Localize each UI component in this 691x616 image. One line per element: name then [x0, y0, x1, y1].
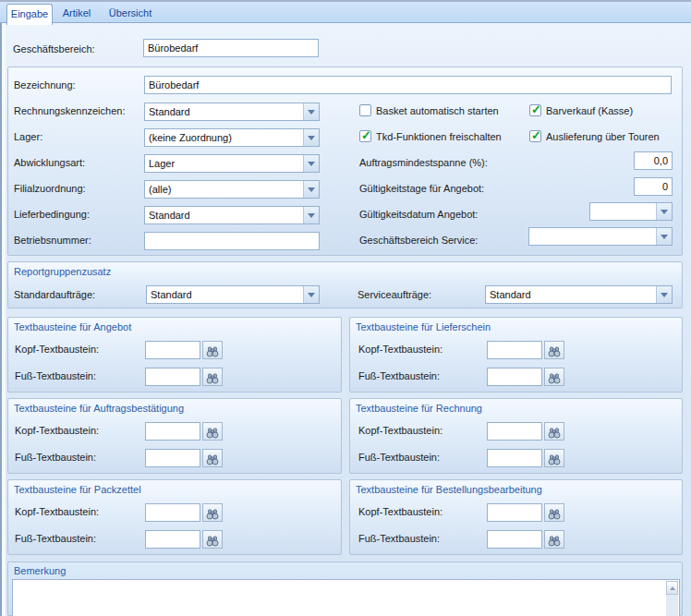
standardauftraege-label: Standardaufträge:: [14, 289, 95, 300]
binoculars-icon: [548, 454, 561, 465]
kopf-lookup-button[interactable]: [202, 503, 223, 522]
kopf-textbaustein-label: Kopf-Textbaustein:: [15, 506, 99, 517]
checkbox-barverkauf-kasse[interactable]: [529, 104, 541, 116]
bemerkung-panel: Bemerkung: [7, 562, 683, 616]
checkbox-tkd-label[interactable]: Tkd-Funktionen freischalten: [376, 131, 502, 142]
bemerkung-memo-input[interactable]: [12, 579, 680, 616]
kopf-textbaustein-input[interactable]: [145, 341, 200, 359]
rechnungskennzeichen-select[interactable]: Standard: [144, 103, 320, 121]
kopf-textbaustein-input[interactable]: [145, 422, 200, 441]
binoculars-icon: [548, 536, 561, 547]
bemerkung-title: Bemerkung: [14, 565, 66, 576]
standardauftraege-select[interactable]: Standard: [146, 285, 320, 304]
kopf-textbaustein-input[interactable]: [487, 503, 542, 522]
binoculars-icon: [548, 509, 561, 520]
checkbox-basket-label[interactable]: Basket automatisch starten: [376, 105, 499, 116]
kopf-lookup-button[interactable]: [202, 422, 223, 441]
filialzuordnung-select[interactable]: (alle): [144, 180, 320, 199]
checkbox-auslieferung-touren[interactable]: [529, 130, 541, 142]
betriebsnummer-input[interactable]: [144, 232, 320, 250]
chevron-down-icon[interactable]: [656, 286, 672, 303]
abwicklungsart-label: Abwicklungsart:: [14, 157, 85, 168]
bezeichnung-label: Bezeichnung:: [14, 79, 76, 91]
kopf-textbaustein-input[interactable]: [145, 503, 200, 522]
fuss-lookup-button[interactable]: [202, 368, 223, 386]
fuss-lookup-button[interactable]: [544, 530, 564, 549]
serviceauftraege-select[interactable]: Standard: [485, 285, 673, 304]
chevron-down-icon[interactable]: [303, 103, 319, 120]
textbausteine-bestellungsbearbeitung-panel: Textbausteine für Bestellungsbearbeitung…: [349, 479, 683, 555]
stammdaten-panel: Bezeichnung: Rechnungskennzeichen: Stand…: [7, 66, 683, 256]
tab-page-eingabe: Eingabe Artikel Übersicht Geschäftsberei…: [0, 0, 691, 616]
tab-eingabe[interactable]: Eingabe: [6, 4, 53, 25]
tab-uebersicht[interactable]: Übersicht: [103, 7, 157, 18]
textbausteine-packzettel-title: Textbausteine für Packzettel: [14, 484, 141, 495]
fuss-textbaustein-label: Fuß-Textbaustein:: [15, 370, 96, 381]
fuss-textbaustein-input[interactable]: [487, 530, 542, 549]
abwicklungsart-select[interactable]: Lager: [144, 154, 320, 173]
fuss-textbaustein-label: Fuß-Textbaustein:: [358, 452, 440, 463]
fuss-textbaustein-label: Fuß-Textbaustein:: [15, 452, 96, 463]
chevron-down-icon[interactable]: [656, 228, 672, 245]
fuss-textbaustein-input[interactable]: [487, 449, 542, 467]
binoculars-icon: [548, 346, 561, 357]
chevron-down-icon[interactable]: [303, 181, 319, 198]
gueltigkeitsdatum-select[interactable]: [589, 202, 673, 221]
fuss-textbaustein-input[interactable]: [487, 368, 542, 386]
binoculars-icon: [206, 454, 219, 465]
fuss-textbaustein-label: Fuß-Textbaustein:: [358, 533, 440, 544]
tab-artikel[interactable]: Artikel: [55, 7, 98, 18]
chevron-down-icon[interactable]: [656, 203, 672, 220]
auftragsmindestspanne-input[interactable]: [634, 151, 673, 170]
fuss-lookup-button[interactable]: [202, 530, 223, 549]
textbausteine-lieferschein-title: Textbausteine für Lieferschein: [356, 321, 491, 332]
kopf-textbaustein-label: Kopf-Textbaustein:: [358, 506, 442, 517]
combo-value: Lager: [149, 158, 175, 169]
geschaeftsbereich-service-label: Geschäftsbereich Service:: [359, 235, 478, 246]
kopf-textbaustein-label: Kopf-Textbaustein:: [15, 344, 99, 355]
kopf-lookup-button[interactable]: [544, 422, 564, 441]
combo-value: Standard: [149, 210, 190, 221]
fuss-textbaustein-input[interactable]: [145, 530, 200, 549]
textbausteine-packzettel-panel: Textbausteine für Packzettel Kopf-Textba…: [7, 479, 342, 555]
lager-select[interactable]: (keine Zuordnung): [144, 128, 320, 147]
kopf-lookup-button[interactable]: [202, 341, 223, 359]
lager-label: Lager:: [14, 131, 42, 142]
chevron-down-icon[interactable]: [303, 207, 319, 223]
combo-value: Standard: [151, 289, 192, 300]
memo-scrollbar[interactable]: [666, 581, 678, 616]
kopf-lookup-button[interactable]: [544, 341, 564, 359]
fuss-lookup-button[interactable]: [544, 449, 564, 467]
gueltigkeitstage-input[interactable]: [634, 177, 673, 196]
reportgruppenzusatz-title: Reportgruppenzusatz: [14, 266, 111, 277]
checkbox-barverkauf-label[interactable]: Barverkauf (Kasse): [546, 105, 633, 116]
kopf-textbaustein-input[interactable]: [487, 341, 542, 359]
rechnungskennzeichen-label: Rechnungskennzeichen:: [14, 105, 125, 116]
checkbox-auslieferung-label[interactable]: Auslieferung über Touren: [546, 131, 660, 142]
fuss-lookup-button[interactable]: [544, 368, 564, 386]
textbausteine-lieferschein-panel: Textbausteine für Lieferschein Kopf-Text…: [349, 317, 683, 393]
textbausteine-auftragsbestaetigung-title: Textbausteine für Auftragsbestätigung: [14, 403, 184, 414]
geschaeftsbereich-input[interactable]: [143, 39, 319, 57]
fuss-textbaustein-input[interactable]: [145, 368, 200, 386]
bezeichnung-input[interactable]: [144, 76, 672, 94]
fuss-textbaustein-label: Fuß-Textbaustein:: [15, 533, 96, 544]
chevron-down-icon[interactable]: [303, 155, 319, 172]
geschaeftsbereich-service-select[interactable]: [528, 227, 673, 246]
kopf-lookup-button[interactable]: [544, 503, 564, 522]
scroll-up-icon[interactable]: [666, 581, 678, 595]
kopf-textbaustein-label: Kopf-Textbaustein:: [15, 425, 99, 436]
checkbox-tkd-funktionen[interactable]: [359, 130, 371, 142]
lieferbedingung-select[interactable]: Standard: [144, 206, 320, 224]
chevron-down-icon[interactable]: [303, 286, 319, 303]
textbausteine-rechnung-title: Textbausteine für Rechnung: [356, 403, 482, 414]
kopf-textbaustein-input[interactable]: [487, 422, 542, 441]
fuss-textbaustein-input[interactable]: [145, 449, 200, 467]
combo-value: (alle): [149, 184, 171, 195]
combo-value: Standard: [149, 106, 190, 117]
reportgruppenzusatz-panel: Reportgruppenzusatz Standardaufträge: St…: [7, 261, 683, 308]
checkbox-basket-automatisch-starten[interactable]: [359, 104, 371, 116]
chevron-down-icon[interactable]: [303, 129, 319, 146]
fuss-lookup-button[interactable]: [202, 449, 223, 467]
binoculars-icon: [206, 428, 219, 439]
